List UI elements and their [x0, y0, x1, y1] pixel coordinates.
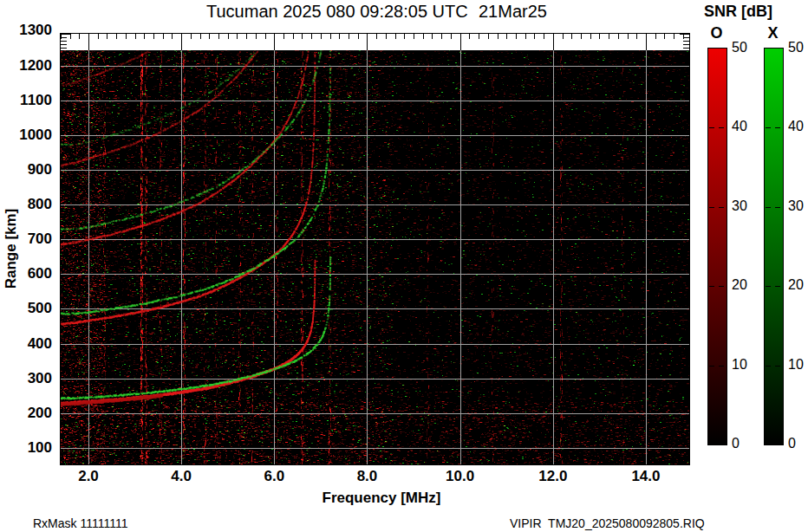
y-tick-label: 1000	[10, 127, 52, 144]
colorbar-level-dash	[709, 127, 714, 128]
colorbar-level-dash	[709, 207, 714, 208]
y-tick-label: 600	[10, 265, 52, 282]
x-axis-label: Frequency [MHz]	[295, 490, 468, 507]
colorbar-tick-label: 10	[788, 357, 808, 373]
rxmask-text: RxMask 11111111	[33, 516, 127, 530]
x-mode-colorbar	[764, 48, 784, 445]
o-mode-label: O	[707, 24, 726, 42]
y-tick-label: 1100	[10, 92, 52, 109]
x-tick-label: 14.0	[620, 468, 672, 485]
colorbar-level-dash	[719, 286, 724, 287]
colorbar-title: SNR [dB]	[704, 3, 772, 21]
filename-text: VIPIR TMJ20_2025080092805.RIQ	[510, 516, 705, 530]
plot-title: Tucuman 2025 080 09:28:05 UTC	[206, 2, 468, 22]
y-tick-label: 400	[10, 335, 52, 353]
colorbar-level-dash	[775, 207, 780, 208]
ionogram-screen: Tucuman 2025 080 09:28:05 UTC 21Mar25 Ra…	[0, 0, 808, 532]
colorbar-tick-label: 40	[788, 119, 808, 134]
y-tick-label: 900	[10, 161, 52, 178]
x-tick-label: 6.0	[248, 468, 300, 485]
colorbar-tick-label: 10	[732, 357, 758, 373]
colorbar-level-dash	[719, 207, 724, 208]
colorbar-level-dash	[775, 286, 780, 287]
y-tick-label: 700	[10, 230, 52, 248]
colorbar-tick-label: 20	[732, 277, 758, 293]
y-tick-label: 1200	[10, 57, 52, 75]
colorbar-level-dash	[766, 127, 771, 128]
colorbar-tick-label: 50	[732, 40, 758, 55]
y-tick-label: 100	[10, 439, 52, 457]
x-tick-label: 4.0	[155, 468, 207, 485]
colorbar-level-dash	[766, 207, 771, 208]
x-tick-label: 12.0	[527, 468, 579, 485]
x-tick-label: 2.0	[62, 468, 114, 485]
plot-date: 21Mar25	[479, 2, 547, 22]
x-tick-label: 8.0	[341, 468, 393, 485]
colorbar-level-dash	[766, 286, 771, 287]
y-tick-label: 200	[10, 405, 52, 422]
colorbar-level-dash	[719, 366, 724, 367]
x-mode-label: X	[764, 24, 782, 42]
colorbar-tick-label: 50	[788, 40, 808, 55]
colorbar-level-dash	[766, 366, 771, 367]
colorbar-level-dash	[709, 366, 714, 367]
colorbar-level-dash	[709, 286, 714, 287]
o-mode-colorbar	[707, 48, 727, 445]
colorbar-level-dash	[775, 127, 780, 128]
colorbar-tick-label: 20	[788, 277, 808, 293]
y-tick-label: 300	[10, 370, 52, 387]
colorbar-tick-label: 0	[788, 436, 808, 451]
ionogram-plot-canvas	[60, 33, 690, 465]
colorbar-tick-label: 30	[732, 198, 758, 214]
colorbar-tick-label: 0	[732, 436, 758, 451]
x-tick-label: 10.0	[434, 468, 486, 485]
colorbar-tick-label: 30	[788, 198, 808, 214]
colorbar-level-dash	[719, 127, 724, 128]
y-tick-label: 500	[10, 300, 52, 317]
colorbar-tick-label: 40	[732, 119, 758, 134]
y-tick-label: 1300	[10, 22, 52, 39]
colorbar-level-dash	[775, 366, 780, 367]
y-tick-label: 800	[10, 196, 52, 213]
